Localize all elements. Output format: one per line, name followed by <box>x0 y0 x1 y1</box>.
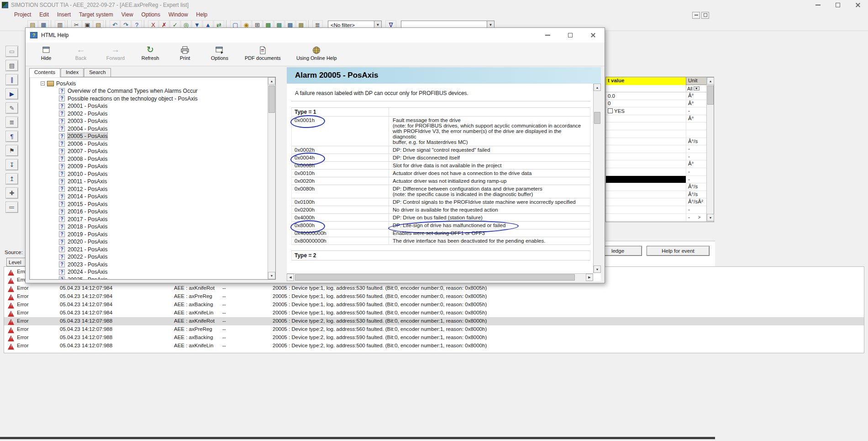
mdi-restore-button[interactable] <box>701 12 709 19</box>
tree-item[interactable]: ? 20019 - PosAxis <box>41 231 268 239</box>
value-cell[interactable]: YES <box>606 107 686 115</box>
collapse-icon[interactable]: − <box>41 81 45 85</box>
help-maximize-button[interactable] <box>563 30 577 40</box>
help-toolbar-button[interactable]: ← Back <box>71 44 90 61</box>
tree-root-node[interactable]: − PosAxis <box>41 80 268 87</box>
maximize-button[interactable] <box>828 0 848 10</box>
help-tab[interactable]: Index <box>61 68 84 77</box>
menu-item[interactable]: Project <box>10 11 35 18</box>
help-toolbar-button[interactable]: Hide <box>37 44 56 61</box>
scroll-up-icon[interactable]: ▲ <box>268 77 275 85</box>
side-toolbar-button[interactable]: ↥ <box>5 173 18 185</box>
side-toolbar-button[interactable]: ✚ <box>5 187 18 199</box>
tree-item[interactable]: ? 20011 - PosAxis <box>41 178 268 186</box>
value-cell[interactable] <box>606 183 686 191</box>
scroll-up-icon[interactable]: ▲ <box>707 77 714 85</box>
menu-item[interactable]: Help <box>192 11 212 18</box>
toolbar-icon-button[interactable] <box>67 20 70 28</box>
expert-list-row[interactable]: Â°/sÂ² <box>606 198 714 206</box>
event-log-row[interactable]: ! Error 05.04.23 14:12:07:988 AEE : axKn… <box>4 317 864 325</box>
tree-item[interactable]: ? 20014 - PosAxis <box>41 193 268 201</box>
side-toolbar-button[interactable]: ≔ <box>5 202 18 213</box>
expert-list-row[interactable]: - <box>606 206 714 214</box>
tree-item[interactable]: ? 20005 - PosAxis <box>41 133 268 140</box>
scroll-down-icon[interactable]: ▼ <box>268 272 275 279</box>
scroll-right-icon[interactable]: ▶ <box>586 274 593 281</box>
side-toolbar-button[interactable]: ✎ <box>5 102 18 114</box>
expert-list-row[interactable]: - <box>606 176 714 184</box>
help-tab[interactable]: Contents <box>29 68 60 77</box>
expert-list-row[interactable]: 0.0 Â° <box>606 92 714 100</box>
event-log-row[interactable]: ! Error 05.04.23 14:12:07:984 AEE : axBa… <box>4 301 864 309</box>
help-toolbar-button[interactable]: ↻ Refresh <box>141 44 160 61</box>
menu-item[interactable]: View <box>117 11 137 18</box>
value-cell[interactable] <box>606 145 686 153</box>
tree-item[interactable]: ? 20002 - PosAxis <box>41 110 268 118</box>
tree-item[interactable]: ? 20006 - PosAxis <box>41 140 268 148</box>
expert-list-row[interactable] <box>606 122 714 130</box>
tree-item[interactable]: ? 20008 - PosAxis <box>41 155 268 163</box>
help-toolbar-button[interactable]: → Forward <box>106 44 125 61</box>
event-log-row[interactable]: ! Error 05.04.23 14:12:07:984 AEE : axPr… <box>4 292 864 301</box>
menu-item[interactable]: Edit <box>35 11 53 18</box>
value-cell[interactable] <box>606 160 686 168</box>
value-cell[interactable] <box>606 153 686 160</box>
help-close-button[interactable] <box>586 30 600 40</box>
tree-item[interactable]: ? 20018 - PosAxis <box>41 223 268 231</box>
tree-item[interactable]: ? 20003 - PosAxis <box>41 117 268 125</box>
help-for-event-button[interactable]: Help for event <box>647 246 710 256</box>
value-filter-cell[interactable] <box>606 85 686 92</box>
tree-item[interactable]: ? 20024 - PosAxis <box>41 268 268 276</box>
unit-column-header[interactable]: Unit <box>686 77 707 85</box>
expert-list-scrollbar[interactable]: ▲ ▼ <box>706 77 714 222</box>
expert-list-row[interactable]: Â° <box>606 160 714 168</box>
value-cell[interactable]: 0.0 <box>606 92 686 100</box>
expert-list-row[interactable] <box>606 130 714 138</box>
side-toolbar-button[interactable]: ≣ <box>5 117 18 128</box>
value-cell[interactable] <box>606 168 686 175</box>
tree-scrollbar[interactable]: ▲ ▼ <box>268 77 275 279</box>
value-cell[interactable] <box>606 130 686 138</box>
tree-item[interactable]: ? 20023 - PosAxis <box>41 261 268 269</box>
value-cell[interactable] <box>606 191 686 198</box>
menu-item[interactable]: Window <box>164 11 192 18</box>
tree-item[interactable]: ? Overview of the Command Types when Ala… <box>41 87 268 95</box>
expert-list-row[interactable]: - <box>606 168 714 176</box>
unit-filter-dropdown[interactable]: All ▼ <box>686 85 707 92</box>
expert-list-row[interactable]: - <box>606 153 714 161</box>
content-vertical-scrollbar[interactable]: ▲ ▼ <box>593 84 601 273</box>
toolbar-icon-button[interactable] <box>144 20 147 28</box>
expand-arrow[interactable]: > <box>695 213 703 221</box>
tree-item[interactable]: ? 20025 - PosAxis <box>41 276 268 280</box>
value-cell[interactable] <box>606 138 686 145</box>
value-cell[interactable] <box>606 206 686 213</box>
side-toolbar-button[interactable]: ▶ <box>5 88 18 100</box>
help-toolbar-button[interactable]: Print <box>175 44 195 61</box>
help-toolbar-button[interactable]: PDF documents <box>245 44 281 61</box>
value-cell[interactable] <box>606 198 686 206</box>
help-toolbar-button[interactable]: Options <box>210 44 229 61</box>
scrollbar-thumb[interactable] <box>268 85 275 113</box>
scroll-down-icon[interactable]: ▼ <box>707 214 714 221</box>
event-log-row[interactable]: ! Error 05.04.23 14:12:07:988 AEE : axPr… <box>4 325 864 334</box>
event-log-row[interactable]: ! Error 05.04.23 14:12:07:988 AEE : axKn… <box>4 342 864 350</box>
help-minimize-button[interactable] <box>541 30 554 40</box>
expert-list-row[interactable]: Â° <box>606 115 714 123</box>
tree-item[interactable]: ? 20007 - PosAxis <box>41 148 268 155</box>
event-log-row[interactable]: ! Error 05.04.23 14:12:07:988 AEE : axBa… <box>4 334 864 342</box>
content-horizontal-scrollbar[interactable]: ◀ ▶ <box>287 273 593 281</box>
expert-list-row[interactable]: YES - <box>606 107 714 115</box>
scrollbar-thumb[interactable] <box>594 112 600 124</box>
chevron-down-icon[interactable]: ▼ <box>694 86 700 90</box>
tree-item[interactable]: ? 20021 - PosAxis <box>41 246 268 254</box>
tree-item[interactable]: ? 20010 - PosAxis <box>41 170 268 178</box>
toolbar-icon-button[interactable] <box>105 20 108 28</box>
value-cell[interactable] <box>606 122 686 130</box>
tree-item[interactable]: ? 20015 - PosAxis <box>41 201 268 208</box>
side-toolbar-button[interactable]: ∥ <box>5 74 18 85</box>
close-button[interactable] <box>848 0 868 10</box>
tree-item[interactable]: ? 20009 - PosAxis <box>41 163 268 170</box>
help-tab[interactable]: Search <box>84 68 110 77</box>
scroll-up-icon[interactable]: ▲ <box>594 84 601 91</box>
side-toolbar-button[interactable]: ⚑ <box>5 145 18 156</box>
